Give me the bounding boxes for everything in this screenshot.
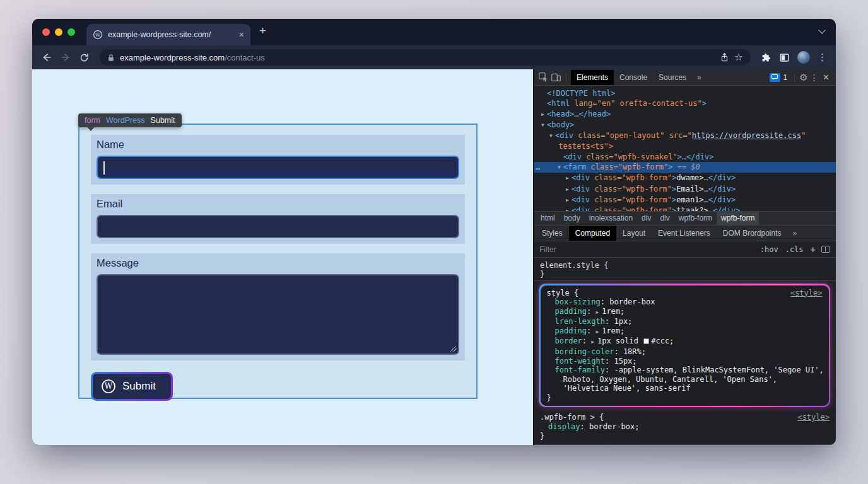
minimize-window-button[interactable]	[55, 28, 62, 36]
code-token: border	[555, 337, 582, 345]
dom-tree-row[interactable]: ▶<div class="wpfb-form">eman1>…</div>	[534, 195, 836, 205]
settings-gear-icon[interactable]: ⚙	[799, 72, 807, 83]
browser-tab[interactable]: W example-wordpress-site.com/ ×	[86, 24, 250, 45]
code-token: src=	[664, 131, 687, 140]
css-declaration[interactable]: Roboto, Oxygen, Ubuntu, Cantarell, 'Open…	[547, 375, 823, 384]
devtools-tab-console[interactable]: Console	[614, 70, 653, 85]
code-token: -apple-system, BlinkMacSystemFont, 'Sego…	[614, 366, 823, 374]
devtools-tab-sources[interactable]: Sources	[653, 70, 692, 85]
collapse-arrow-icon[interactable]: ▼	[547, 131, 555, 141]
collapse-arrow-icon[interactable]: ▼	[539, 120, 547, 130]
breadcrumb-item[interactable]: html	[536, 212, 560, 225]
devtools-tab-elements[interactable]: Elements	[571, 70, 614, 85]
styles-tab-dom-brordpoints[interactable]: DOM Brordpoints	[717, 226, 788, 241]
styles-tab-styles[interactable]: Styles	[536, 226, 569, 241]
code-token: ▶	[591, 339, 597, 345]
new-style-rule-button[interactable]: +	[811, 245, 816, 255]
node-menu-icon[interactable]: …	[536, 162, 540, 172]
chip-brand-name: WordPress	[106, 116, 145, 125]
dom-tree-row[interactable]: <!DOCTYPE html>	[534, 88, 836, 98]
dom-tree-row[interactable]: ▶<div class="wofb-form">ttaak?>…</div>	[534, 205, 836, 211]
css-declaration[interactable]: border: ▶ 1px solid #ccc;	[547, 337, 823, 347]
style-rule-block[interactable]: style { <style> box-sizing: border-boxpa…	[541, 285, 829, 406]
element-style-rule[interactable]: element.style { }	[534, 258, 836, 281]
filter-input[interactable]: Filter	[539, 245, 753, 254]
issues-badge[interactable]: 1	[767, 73, 790, 82]
bookmark-star-icon[interactable]: ☆	[734, 52, 743, 62]
styles-tab-computed[interactable]: Computed	[569, 226, 616, 241]
collapse-arrow-icon[interactable]: ▼	[555, 163, 563, 173]
style-source-link[interactable]: <style>	[790, 289, 823, 298]
code-token: border-box	[609, 297, 655, 306]
share-icon[interactable]	[720, 52, 729, 62]
expand-arrow-icon[interactable]: ▶	[563, 185, 572, 195]
zoom-window-button[interactable]	[67, 28, 75, 36]
code-token: :	[582, 337, 591, 345]
breadcrumb-item[interactable]: div	[637, 212, 655, 225]
code-token: bording-coler	[555, 347, 614, 356]
dom-tree-row[interactable]: ▶<div class="wpfb-form">Email>…</div>	[534, 184, 836, 195]
css-declaration[interactable]: display: border-box;	[540, 422, 830, 432]
email-input[interactable]	[97, 215, 459, 238]
breadcrumb-item[interactable]: inolexssation	[585, 212, 637, 225]
css-declaration[interactable]: box-sizing: border-box	[547, 297, 823, 307]
name-input[interactable]	[97, 156, 459, 179]
css-declaration[interactable]: padding: ▶ 1rem;	[547, 307, 823, 318]
dom-tree-row[interactable]: <html lang="en" orefta-contact-us">	[534, 98, 836, 108]
dom-tree-row[interactable]: …▼<farm class="wpfb-form"> == $0	[534, 162, 836, 173]
computed-panel-toggle-icon[interactable]	[821, 246, 830, 253]
dom-tree-row[interactable]: ▶<div class="wpfb-form">dwame>…</div>	[534, 173, 836, 183]
code-token: Email>	[676, 185, 703, 193]
wpfb-form-rule-block[interactable]: .wpfb-form > { <style> display: border-b…	[534, 409, 836, 445]
device-toolbar-icon[interactable]	[551, 72, 561, 83]
devtools-menu-dots-icon[interactable]: ⋮	[810, 72, 819, 83]
css-declaration[interactable]: lren-lexgth: 1px;	[547, 317, 823, 326]
more-tabs-icon[interactable]: »	[694, 73, 705, 82]
breadcrumb-item[interactable]: wpfb-form	[717, 212, 759, 225]
reload-button[interactable]	[79, 52, 90, 63]
styles-tab-layout[interactable]: Layout	[616, 226, 652, 241]
dom-tree-row[interactable]: testets<ts">	[534, 141, 836, 151]
css-declaration[interactable]: 'Helvetica Neue', sans-serif	[547, 384, 823, 393]
inspect-element-icon[interactable]	[538, 72, 549, 83]
styles-tab-event-listeners[interactable]: Event Listeners	[652, 226, 717, 241]
extensions-puzzle-icon[interactable]	[761, 52, 771, 63]
tab-close-icon[interactable]: ×	[239, 30, 244, 39]
css-declaration[interactable]: padding: ▶ 1rem;	[547, 326, 823, 337]
profile-avatar[interactable]	[797, 51, 810, 64]
dom-tree-row[interactable]: <div class="wpfb-svnakel">…</div>	[534, 152, 836, 162]
css-declaration[interactable]: bording-coler: 18R%;	[547, 347, 823, 357]
breadcrumb-item[interactable]: dlv	[655, 212, 674, 225]
pseudo-hover-toggle[interactable]: :hov	[760, 245, 778, 254]
browser-menu-dots-icon[interactable]: ⋮	[818, 52, 827, 63]
submit-button[interactable]: W Submit	[93, 374, 171, 399]
back-button[interactable]	[41, 52, 52, 63]
code-token: class=	[594, 206, 621, 211]
side-panel-icon[interactable]	[779, 52, 790, 63]
message-textarea[interactable]	[97, 274, 459, 355]
breadcrumb-item[interactable]: body	[560, 212, 585, 225]
style-source-link[interactable]: <style>	[797, 413, 830, 422]
dom-tree-row[interactable]: ▼<div class="open-layout" src="https://v…	[534, 130, 836, 141]
expand-arrow-icon[interactable]: ▶	[563, 206, 572, 211]
css-declaration[interactable]: font-weight: 15px;	[547, 357, 823, 366]
forward-button[interactable]	[60, 52, 71, 63]
breadcrumb-item[interactable]: wpfb-form	[674, 212, 717, 225]
code-token: </div>	[686, 153, 713, 161]
devtools-close-icon[interactable]: ×	[821, 72, 831, 83]
close-window-button[interactable]	[42, 28, 50, 36]
styles-more-tabs-icon[interactable]: »	[793, 229, 797, 238]
new-tab-button[interactable]: +	[259, 24, 266, 38]
expand-arrow-icon[interactable]: ▶	[563, 195, 572, 205]
resize-handle[interactable]	[450, 346, 457, 352]
address-bar[interactable]: example-wordpress-site.com/contact-us ☆	[100, 49, 751, 66]
code-token: orefta-contact-us"	[615, 99, 701, 108]
expand-arrow-icon[interactable]: ▶	[539, 110, 547, 120]
css-declaration[interactable]: font-family: -apple-system, BlinkMacSyst…	[547, 366, 823, 375]
dom-tree-row[interactable]: ▼<body>	[534, 120, 836, 130]
tab-search-chevron-down-icon[interactable]	[818, 26, 825, 33]
dom-tree-row[interactable]: ▶<head>…</head>	[534, 109, 836, 120]
color-swatch[interactable]	[643, 338, 649, 344]
class-toggle[interactable]: .cls	[785, 245, 804, 254]
expand-arrow-icon[interactable]: ▶	[563, 173, 572, 183]
